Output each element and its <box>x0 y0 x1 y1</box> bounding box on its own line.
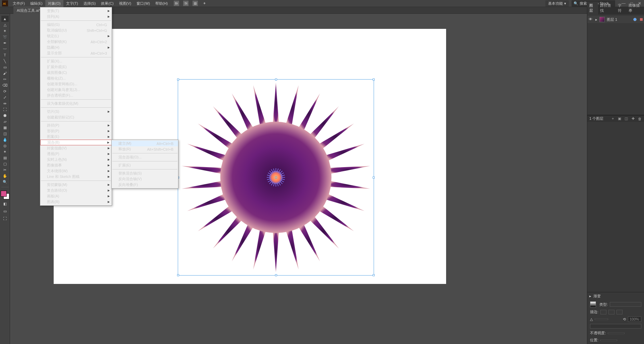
menu-item-建立M[interactable]: 建立(M)Alt+Ctrl+B <box>112 141 178 146</box>
menu-文字t[interactable]: 文字(T) <box>63 0 81 7</box>
menu-item-图表R[interactable]: 图表(R) <box>40 199 112 205</box>
menu-item-封套扭曲V[interactable]: 封套扭曲(V) <box>40 145 112 151</box>
tool-perspective[interactable]: ▱ <box>1 118 9 125</box>
menu-item-文本绕排W[interactable]: 文本绕排(W) <box>40 168 112 174</box>
tool-rotate[interactable]: ⟳ <box>1 88 9 94</box>
tool-selection[interactable]: ▲ <box>1 16 9 22</box>
tool-scale[interactable]: ⤢ <box>1 94 9 100</box>
resize-handle-tm[interactable] <box>275 79 277 81</box>
tool-type[interactable]: T <box>1 52 9 58</box>
tool-eraser[interactable]: ⌫ <box>1 82 9 88</box>
panel-tab-0[interactable]: 图层 <box>587 2 598 14</box>
menu-item-实时上色N[interactable]: 实时上色(N) <box>40 157 112 162</box>
menu-对象o[interactable]: 对象(O) <box>45 0 63 7</box>
menu-item-剪切蒙版M[interactable]: 剪切蒙版(M) <box>40 182 112 188</box>
tool-line[interactable]: ╲ <box>1 58 9 64</box>
menu-item-图案E[interactable]: 图案(E) <box>40 134 112 140</box>
tool-shaper[interactable]: ✏ <box>1 76 9 82</box>
menu-item-混合B[interactable]: 混合(B) <box>40 140 112 145</box>
menu-item-画板A[interactable]: 画板(A) <box>40 193 112 199</box>
tool-shape-builder[interactable]: ⬢ <box>1 112 9 118</box>
menu-视图v[interactable]: 视图(V) <box>116 0 134 7</box>
locate-layer-icon[interactable]: ⌖ <box>610 116 615 121</box>
gradient-opacity-input[interactable]: 100% <box>628 316 641 322</box>
menu-item-锁定L[interactable]: 锁定(L) <box>40 33 112 39</box>
tool-hand[interactable]: ✋ <box>1 173 9 179</box>
gpu-icon[interactable]: ✈ <box>202 1 207 6</box>
menu-item-排列A[interactable]: 排列(A) <box>40 14 112 19</box>
screen-mode-icon[interactable]: ⛶ <box>1 215 9 222</box>
tool-graph[interactable]: ▤ <box>1 155 9 161</box>
menu-编辑e[interactable]: 编辑(E) <box>28 0 45 7</box>
layer-row[interactable]: 👁 ▸ 图层 1 <box>587 16 644 23</box>
panel-tab-1[interactable]: 路径查找 <box>598 2 615 14</box>
menu-帮助h[interactable]: 帮助(H) <box>153 0 170 7</box>
tool-width[interactable]: ⇔ <box>1 100 9 106</box>
tool-artboard[interactable]: ▢ <box>1 161 9 167</box>
resize-handle-bl[interactable] <box>177 274 179 276</box>
menu-item-隐藏H[interactable]: 隐藏(H) <box>40 45 112 50</box>
stock-icon[interactable]: St <box>183 1 189 6</box>
stroke-grad-btn-2[interactable] <box>608 310 614 314</box>
layer-expand-icon[interactable]: ▸ <box>595 17 597 22</box>
resize-handle-rm[interactable] <box>373 177 375 179</box>
tool-zoom[interactable]: 🔍 <box>1 179 9 185</box>
resize-handle-bm[interactable] <box>275 274 277 276</box>
menu-item-创建渐变网格D[interactable]: 创建渐变网格(D)... <box>40 81 112 87</box>
resize-handle-br[interactable] <box>373 274 375 276</box>
menu-item-Line-和-Sketch-图稿[interactable]: Line 和 Sketch 图稿 <box>40 174 112 180</box>
menu-效果c[interactable]: 效果(C) <box>98 0 116 7</box>
tool-magic-wand[interactable]: ✴ <box>1 28 9 34</box>
tool-slice[interactable]: ✂ <box>1 167 9 173</box>
tool-rectangle[interactable]: ▭ <box>1 64 9 70</box>
resize-handle-tr[interactable] <box>373 79 375 81</box>
menu-item-编组G[interactable]: 编组(G)Ctrl+G <box>40 22 112 28</box>
tool-gradient[interactable]: ◫ <box>1 131 9 137</box>
menu-item-栅格化Z[interactable]: 栅格化(Z)... <box>40 76 112 81</box>
tool-blend[interactable]: ◎ <box>1 143 9 149</box>
panel-tab-2[interactable]: 字符 <box>616 2 627 14</box>
fill-swatch[interactable] <box>1 191 7 197</box>
panel-collapse-icon[interactable]: ▸ <box>589 294 591 298</box>
new-sublayer-icon[interactable]: ◫ <box>624 116 629 121</box>
stop-opacity-input[interactable] <box>608 333 625 334</box>
gradient-swatch[interactable] <box>590 301 596 307</box>
stroke-grad-btn-3[interactable] <box>616 310 623 314</box>
gradient-angle-input[interactable] <box>595 318 608 320</box>
tool-pen[interactable]: ✒ <box>1 40 9 46</box>
layer-name[interactable]: 图层 1 <box>607 17 617 22</box>
resize-handle-tl[interactable] <box>177 79 179 81</box>
selection-bounding-box[interactable] <box>178 79 374 276</box>
menu-item-变换T[interactable]: 变换(T) <box>40 8 112 14</box>
tool-lasso[interactable]: ➰ <box>1 34 9 40</box>
tool-symbol-spray[interactable]: ✶ <box>1 149 9 155</box>
menu-item-复合路径O[interactable]: 复合路径(O) <box>40 188 112 193</box>
stop-position-input[interactable] <box>600 340 617 341</box>
layer-target-indicator[interactable] <box>633 18 637 21</box>
draw-mode-icon[interactable]: ▭ <box>1 208 9 214</box>
visibility-icon[interactable]: 👁 <box>589 17 593 22</box>
menu-item-透视P[interactable]: 透视(P) <box>40 151 112 157</box>
workspace-switcher[interactable]: 基本功能 ▾ <box>545 0 569 7</box>
color-mode-icon[interactable]: ◧ <box>1 201 9 207</box>
gradient-type-select[interactable] <box>610 302 641 307</box>
menu-item-设为像素级优化M[interactable]: 设为像素级优化(M) <box>40 101 112 106</box>
menu-item-创建裁切标记C[interactable]: 创建裁切标记(C) <box>40 114 112 120</box>
menu-窗口w[interactable]: 窗口(W) <box>134 0 153 7</box>
tool-eyedropper[interactable]: 💧 <box>1 137 9 143</box>
new-layer-icon[interactable]: ✚ <box>631 116 635 121</box>
delete-layer-icon[interactable]: 🗑 <box>637 116 642 121</box>
menu-item-图像描摹[interactable]: 图像描摹 <box>40 162 112 168</box>
menu-item-扩展X[interactable]: 扩展(X)... <box>40 58 112 64</box>
tool-mesh[interactable]: ▦ <box>1 125 9 131</box>
tool-free-transform[interactable]: ⛶ <box>1 106 9 112</box>
menu-item-路径P[interactable]: 路径(P) <box>40 122 112 128</box>
gradient-slider[interactable] <box>590 324 641 329</box>
menu-item-拼合透明度F[interactable]: 拼合透明度(F)... <box>40 93 112 98</box>
menu-item-形状P[interactable]: 形状(P) <box>40 128 112 134</box>
menu-item-混合选项O[interactable]: 混合选项(O)... <box>112 154 178 160</box>
menu-item-切片S[interactable]: 切片(S) <box>40 109 112 114</box>
menu-选择s[interactable]: 选择(S) <box>81 0 99 7</box>
tool-curvature[interactable]: 〰 <box>1 46 9 52</box>
arrange-docs-icon[interactable]: ▥ <box>193 1 198 6</box>
